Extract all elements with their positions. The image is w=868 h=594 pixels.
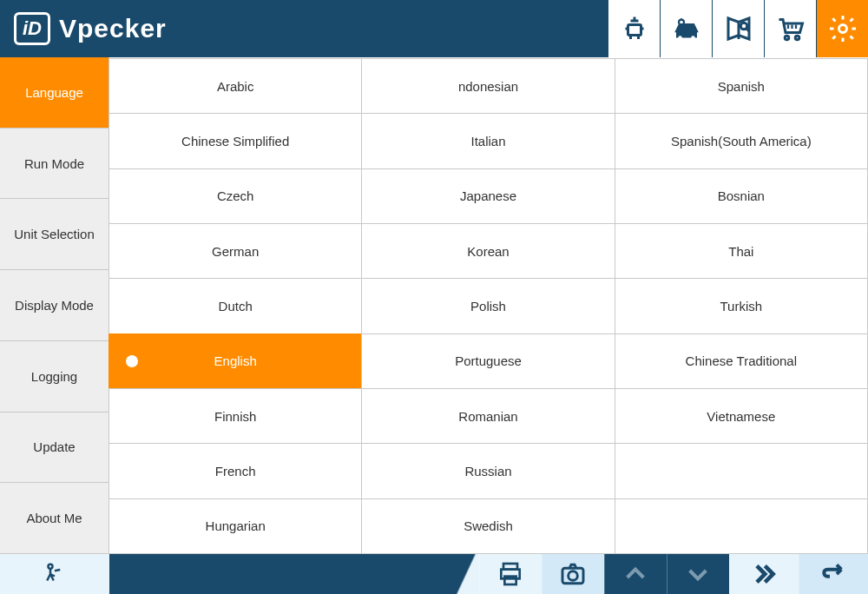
language-panel: ArabicndonesianSpanishChinese Simplified… — [109, 57, 868, 554]
language-option[interactable]: French — [108, 443, 362, 498]
print-button[interactable] — [479, 554, 542, 594]
sidebar-item-update[interactable]: Update — [0, 412, 109, 484]
app-header: iD Vpecker — [0, 0, 868, 57]
svg-rect-0 — [628, 25, 641, 36]
language-option[interactable]: Thai — [615, 223, 868, 279]
sidebar-item-label: Language — [25, 85, 83, 100]
language-option[interactable]: Arabic — [108, 58, 362, 114]
header-toolbar — [608, 0, 868, 57]
language-option[interactable]: Russian — [361, 443, 615, 498]
language-option[interactable]: Japanese — [361, 168, 615, 224]
sidebar-item-about-me[interactable]: About Me — [0, 483, 109, 554]
language-option[interactable]: Italian — [361, 113, 615, 168]
language-option[interactable]: Bosnian — [615, 168, 868, 224]
svg-point-4 — [740, 23, 747, 30]
forward-button[interactable] — [729, 554, 799, 594]
svg-point-6 — [795, 36, 799, 40]
language-option[interactable]: Finnish — [108, 388, 362, 444]
sidebar-item-label: Display Mode — [15, 298, 94, 313]
language-option[interactable]: Swedish — [361, 498, 615, 554]
language-empty — [615, 443, 868, 498]
logo-text: Vpecker — [59, 14, 167, 43]
language-option[interactable]: Spanish — [615, 58, 868, 114]
exit-button[interactable] — [0, 554, 109, 594]
language-option[interactable]: Vietnamese — [615, 388, 868, 444]
svg-point-5 — [785, 36, 789, 40]
down-button[interactable] — [667, 554, 729, 594]
sidebar-item-label: Update — [33, 439, 75, 454]
sidebar-item-run-mode[interactable]: Run Mode — [0, 129, 109, 200]
svg-point-1 — [678, 36, 682, 40]
camera-button[interactable] — [542, 554, 604, 594]
language-empty — [615, 498, 868, 554]
svg-point-2 — [691, 36, 695, 40]
language-option[interactable]: Chinese Traditional — [615, 333, 868, 389]
language-option[interactable]: Turkish — [615, 278, 868, 333]
diagnostic-icon[interactable] — [608, 0, 660, 57]
sidebar-item-logging[interactable]: Logging — [0, 341, 109, 412]
sidebar-item-label: Unit Selection — [14, 227, 95, 241]
language-option[interactable]: ndonesian — [361, 58, 615, 114]
language-option[interactable]: Chinese Simplified — [108, 113, 362, 168]
manual-icon[interactable] — [712, 0, 764, 57]
up-button[interactable] — [604, 554, 667, 594]
language-option[interactable]: English — [108, 333, 362, 389]
language-option[interactable]: Polish — [361, 278, 615, 333]
language-option[interactable]: Spanish(South America) — [615, 113, 868, 168]
back-button[interactable] — [799, 554, 868, 594]
svg-point-3 — [679, 20, 684, 25]
logo-icon: iD — [14, 12, 50, 45]
sidebar-item-label: Logging — [31, 369, 77, 384]
logo: iD Vpecker — [14, 12, 167, 45]
svg-point-7 — [838, 25, 846, 33]
language-option[interactable]: German — [108, 223, 362, 279]
language-option[interactable]: Hungarian — [108, 498, 362, 554]
sidebar-item-label: About Me — [26, 511, 82, 525]
sidebar: Language Run Mode Unit Selection Display… — [0, 57, 109, 554]
sidebar-item-label: Run Mode — [24, 156, 84, 171]
svg-point-13 — [569, 571, 578, 581]
language-option[interactable]: Portuguese — [361, 333, 615, 389]
sidebar-item-language[interactable]: Language — [0, 57, 109, 129]
language-option[interactable]: Korean — [361, 223, 615, 279]
settings-icon[interactable] — [816, 0, 868, 57]
footer — [0, 554, 868, 594]
sidebar-item-unit-selection[interactable]: Unit Selection — [0, 199, 109, 270]
cart-icon[interactable] — [764, 0, 816, 57]
sidebar-item-display-mode[interactable]: Display Mode — [0, 270, 109, 341]
language-option[interactable]: Dutch — [108, 278, 362, 333]
language-option[interactable]: Romanian — [361, 388, 615, 444]
svg-point-8 — [49, 564, 53, 569]
language-option[interactable]: Czech — [108, 168, 362, 224]
vehicle-icon[interactable] — [660, 0, 712, 57]
